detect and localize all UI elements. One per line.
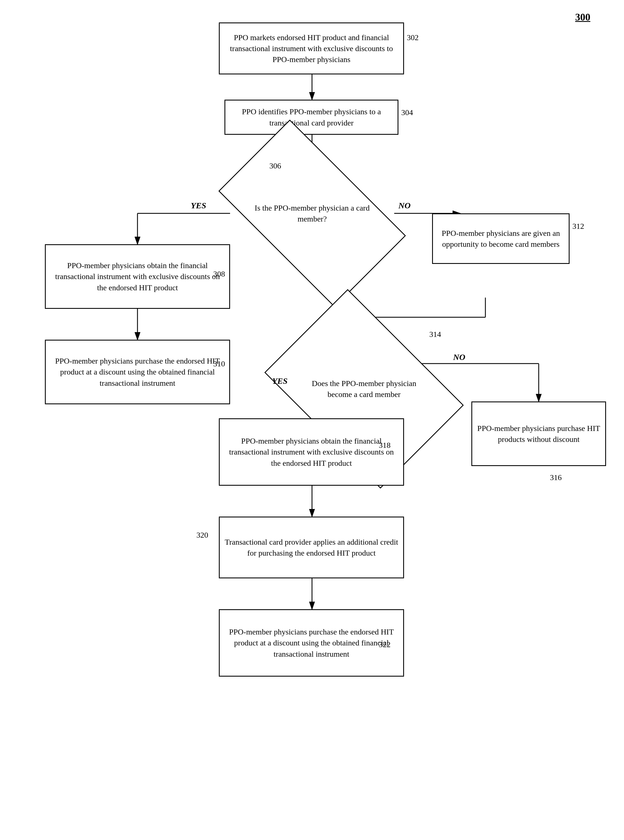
- node-304: PPO identifies PPO-member physicians to …: [224, 100, 398, 135]
- ref-314: 314: [429, 330, 441, 339]
- ref-306: 306: [269, 161, 281, 170]
- ref-304: 304: [401, 108, 413, 117]
- ref-316: 316: [550, 473, 562, 482]
- node-306: Is the PPO-member physician a card membe…: [230, 163, 394, 264]
- ref-302: 302: [407, 33, 419, 42]
- ref-312: 312: [572, 222, 584, 231]
- no-label-1: NO: [398, 201, 411, 210]
- ref-310: 310: [213, 359, 225, 368]
- node-302: PPO markets endorsed HIT product and fin…: [219, 22, 404, 74]
- figure-number: 300: [575, 11, 590, 23]
- ref-308: 308: [213, 269, 225, 278]
- node-308: PPO-member physicians obtain the financi…: [45, 244, 230, 309]
- node-316: PPO-member physicians purchase HIT produ…: [471, 401, 606, 466]
- ref-322-visible: 322: [379, 640, 391, 649]
- node-312: PPO-member physicians are given an oppor…: [432, 213, 570, 264]
- no-label-2: NO: [453, 352, 465, 362]
- node-310: PPO-member physicians purchase the endor…: [45, 340, 230, 404]
- diagram-container: 300 PPO ma: [0, 0, 624, 840]
- node-318: PPO-member physicians obtain the financi…: [219, 418, 404, 486]
- node-322: PPO-member physicians purchase the endor…: [219, 609, 404, 677]
- node-320: Transactional card provider applies an a…: [219, 517, 404, 579]
- ref-320: 320: [196, 531, 208, 540]
- yes-label-1: YES: [191, 201, 206, 210]
- ref-318: 318: [379, 441, 391, 450]
